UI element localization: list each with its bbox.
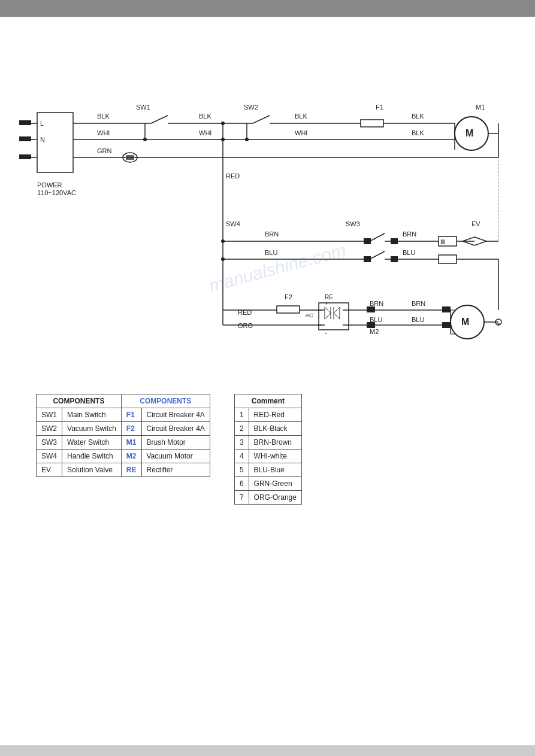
svg-rect-100 [277, 306, 300, 313]
svg-point-60 [221, 138, 225, 141]
comment-number: 5 [234, 463, 249, 477]
table-row: SW2Vacuum SwitchF2Circuit Breaker 4A [37, 422, 210, 436]
svg-marker-112 [334, 307, 340, 319]
svg-rect-42 [361, 120, 383, 127]
footer-bar [0, 745, 535, 756]
component-label: Solution Valve [62, 463, 122, 477]
svg-text:N: N [40, 136, 45, 143]
svg-text:BLK: BLK [97, 113, 110, 120]
svg-marker-110 [325, 307, 331, 319]
svg-text:M: M [461, 317, 469, 327]
component2-code: M1 [121, 436, 141, 450]
svg-rect-25 [126, 155, 134, 160]
svg-point-67 [221, 257, 225, 261]
component2-code: RE [121, 463, 141, 477]
component2-label: Brush Motor [141, 436, 210, 450]
component-code: EV [37, 463, 62, 477]
comment-text: WHI-white [249, 450, 301, 463]
svg-text:WHI: WHI [295, 129, 307, 136]
svg-text:BLU: BLU [403, 249, 415, 256]
svg-rect-74 [364, 238, 371, 244]
svg-line-32 [253, 116, 270, 123]
comment-row: 5BLU-Blue [234, 463, 301, 477]
svg-text:BLK: BLK [295, 113, 307, 120]
svg-text:WHI: WHI [97, 129, 110, 136]
component2-code: F2 [121, 422, 141, 436]
tables-area: COMPONENTS COMPONENTS SW1Main SwitchF1Ci… [36, 394, 499, 505]
svg-text:BLK: BLK [412, 129, 424, 136]
component2-label: Circuit Breaker 4A [141, 422, 210, 436]
table-row: SW3Water SwitchM1Brush Motor [37, 436, 210, 450]
svg-text:WHI: WHI [199, 129, 211, 136]
component2-code: M2 [121, 450, 141, 463]
comment-text: GRN-Green [249, 477, 301, 491]
wiring-diagram: L N POWER 110~120VAC BLK SW1 [19, 41, 516, 376]
svg-text:M2: M2 [370, 328, 379, 335]
svg-text:manualshine.com: manualshine.com [207, 240, 348, 296]
svg-text:F2: F2 [285, 293, 292, 300]
svg-text:110~120VAC: 110~120VAC [37, 189, 76, 196]
comment-text: ORG-Orange [249, 491, 301, 505]
svg-rect-129 [367, 322, 375, 328]
comment-number: 4 [234, 450, 249, 463]
svg-line-15 [151, 116, 168, 123]
svg-text:POWER: POWER [37, 181, 62, 189]
combined-components-table: COMPONENTS COMPONENTS SW1Main SwitchF1Ci… [36, 394, 210, 477]
table-row: SW1Main SwitchF1Circuit Breaker 4A [37, 408, 210, 422]
comment-text: BRN-Brown [249, 436, 301, 450]
component-code: SW1 [37, 408, 62, 422]
component-code: SW3 [37, 436, 62, 450]
svg-point-66 [221, 239, 225, 243]
component2-code: F1 [121, 408, 141, 422]
svg-rect-132 [442, 322, 451, 328]
comment-number: 3 [234, 436, 249, 450]
svg-rect-121 [442, 306, 451, 312]
comment-text: BLU-Blue [249, 463, 301, 477]
comment-row: 2BLK-Black [234, 422, 301, 436]
main-content: L N POWER 110~120VAC BLK SW1 [0, 17, 535, 529]
table2-header: COMPONENTS [121, 394, 210, 408]
svg-text:BRN: BRN [403, 230, 416, 238]
svg-text:GRN: GRN [97, 147, 112, 154]
svg-rect-118 [367, 306, 375, 312]
component-code: SW2 [37, 422, 62, 436]
svg-rect-5 [19, 136, 31, 141]
component-label: Water Switch [62, 436, 122, 450]
svg-text:SW4: SW4 [226, 220, 240, 227]
svg-text:BRN: BRN [370, 300, 383, 307]
header-bar [0, 0, 535, 17]
component-label: Handle Switch [62, 450, 122, 463]
comment-number: 1 [234, 408, 249, 422]
svg-text:RED: RED [226, 172, 240, 180]
svg-text:SW3: SW3 [346, 220, 360, 227]
svg-text:⊠: ⊠ [440, 238, 445, 245]
comment-row: 7ORG-Orange [234, 491, 301, 505]
svg-rect-91 [391, 256, 398, 262]
svg-text:SW1: SW1 [136, 104, 150, 111]
svg-text:ORG: ORG [238, 322, 253, 329]
comment-row: 3BRN-Brown [234, 436, 301, 450]
svg-line-88 [370, 251, 385, 259]
component-label: Main Switch [62, 408, 122, 422]
svg-text:L: L [40, 120, 44, 127]
comment-row: 6GRN-Green [234, 477, 301, 491]
svg-text:BRN: BRN [412, 300, 425, 307]
table-row: EVSolution ValveRERectifier [37, 463, 210, 477]
component2-label: Circuit Breaker 4A [141, 408, 210, 422]
component2-label: Vacuum Motor [141, 450, 210, 463]
comment-number: 6 [234, 477, 249, 491]
comment-text: BLK-Black [249, 422, 301, 436]
components-table: COMPONENTS COMPONENTS SW1Main SwitchF1Ci… [36, 394, 210, 477]
svg-text:BLK: BLK [412, 113, 424, 120]
svg-text:BLK: BLK [199, 113, 211, 120]
comment-table: Comment 1RED-Red2BLK-Black3BRN-Brown4WHI… [234, 394, 302, 505]
table1-header: COMPONENTS [37, 394, 122, 408]
svg-text:SW2: SW2 [244, 104, 258, 111]
comment-number: 7 [234, 491, 249, 505]
svg-rect-75 [391, 238, 398, 244]
svg-text:EV: EV [471, 220, 480, 227]
svg-rect-8 [19, 154, 31, 159]
svg-text:AC: AC [306, 312, 313, 318]
svg-text:BRN: BRN [265, 230, 279, 238]
svg-text:BLU: BLU [412, 316, 424, 323]
